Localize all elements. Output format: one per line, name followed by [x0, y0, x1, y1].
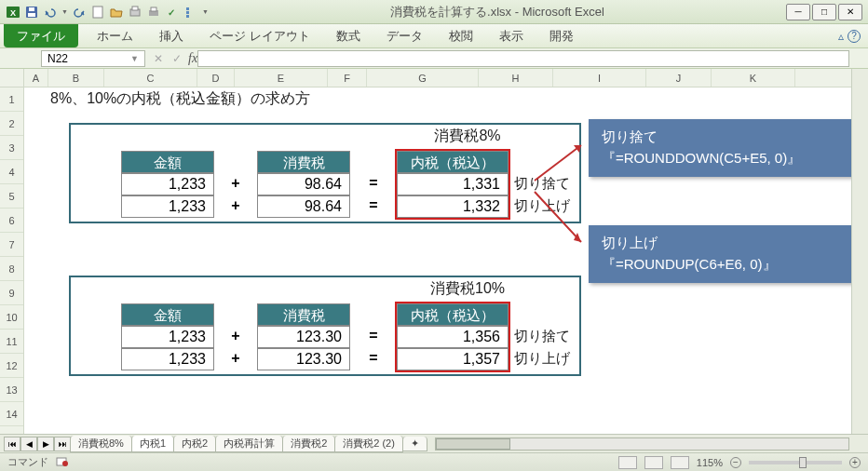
vscrollbar[interactable] — [851, 69, 868, 434]
name-box-dropdown-icon[interactable]: ▼ — [130, 54, 139, 63]
svg-line-16 — [535, 192, 581, 242]
col-header[interactable]: A — [24, 69, 48, 87]
tab-insert[interactable]: 挿入 — [146, 24, 197, 47]
cell-amount[interactable]: 1,233 — [121, 195, 214, 218]
svg-rect-5 — [93, 7, 102, 18]
cell-tax[interactable]: 123.30 — [257, 348, 350, 370]
header-amount: 金額 — [121, 303, 214, 326]
new-sheet-tab[interactable]: ✦ — [402, 437, 427, 451]
select-all-corner[interactable] — [0, 69, 23, 87]
ribbon-minimize-icon[interactable]: ▵ — [838, 30, 844, 43]
row-header[interactable]: 4 — [0, 160, 23, 184]
col-header[interactable]: J — [646, 69, 712, 87]
tab-view[interactable]: 表示 — [486, 24, 536, 47]
col-header[interactable]: K — [712, 69, 795, 87]
svg-rect-12 — [186, 11, 189, 14]
zoom-out-icon[interactable]: − — [730, 457, 741, 468]
row-header[interactable]: 6 — [0, 209, 23, 233]
qat-dropdown-icon[interactable]: ▼ — [202, 8, 209, 15]
zoom-level[interactable]: 115% — [697, 457, 723, 468]
row-header[interactable]: 7 — [0, 233, 23, 257]
callout-title: 切り捨て — [602, 128, 842, 146]
sheet-nav-next[interactable]: ▶ — [37, 437, 54, 451]
view-normal-icon[interactable] — [618, 456, 637, 469]
col-header[interactable]: E — [235, 69, 328, 87]
enter-formula-icon[interactable]: ✓ — [170, 52, 184, 65]
row-header[interactable]: 10 — [0, 305, 23, 330]
tab-review[interactable]: 校閲 — [436, 24, 486, 47]
sheet-tab[interactable]: 消費税2 — [282, 436, 335, 452]
row-header[interactable]: 5 — [0, 184, 23, 209]
row-header[interactable]: 11 — [0, 330, 23, 354]
help-icon[interactable]: ? — [848, 30, 861, 43]
print-icon[interactable] — [146, 5, 161, 20]
row-header[interactable]: 13 — [0, 378, 23, 402]
tab-developer[interactable]: 開発 — [536, 24, 587, 47]
sheet-nav-first[interactable]: ⏮ — [4, 437, 20, 451]
spell-icon[interactable]: ✓ — [165, 5, 180, 20]
col-header[interactable]: G — [367, 69, 479, 87]
cell-tax[interactable]: 123.30 — [257, 326, 350, 348]
minimize-button[interactable]: ─ — [786, 4, 810, 20]
zoom-in-icon[interactable]: + — [849, 457, 861, 468]
view-pagelayout-icon[interactable] — [644, 456, 663, 469]
svg-line-14 — [535, 145, 581, 181]
cell-amount[interactable]: 1,233 — [121, 348, 214, 370]
row-header[interactable]: 2 — [0, 112, 23, 136]
col-header[interactable]: H — [479, 69, 553, 87]
maximize-button[interactable]: □ — [812, 4, 836, 20]
undo-icon[interactable] — [43, 5, 58, 20]
print-preview-icon[interactable] — [128, 5, 142, 20]
cells-area[interactable]: /* drawn via overlay absolute elements b… — [24, 87, 851, 426]
col-header[interactable]: I — [553, 69, 646, 87]
row-header[interactable]: 14 — [0, 402, 23, 426]
quick-access-toolbar: X ▼ ✓ ▼ — [6, 5, 209, 20]
tax8-label: 消費税8% — [412, 127, 523, 146]
col-header[interactable]: C — [104, 69, 197, 87]
tab-data[interactable]: データ — [373, 24, 436, 47]
zoom-slider[interactable] — [749, 461, 842, 464]
row-header[interactable]: 8 — [0, 257, 23, 281]
col-header[interactable]: D — [197, 69, 235, 87]
sheet-tab[interactable]: 内税2 — [173, 436, 216, 452]
macro-record-icon[interactable] — [56, 456, 69, 469]
sheet-tab[interactable]: 消費税8% — [70, 436, 132, 452]
fx-icon[interactable]: fx — [188, 51, 197, 66]
row-header[interactable]: 1 — [0, 87, 23, 112]
cell-amount[interactable]: 1,233 — [121, 326, 214, 348]
eq-op: = — [356, 197, 391, 214]
label-down: 切り捨て — [514, 328, 570, 345]
file-tab[interactable]: ファイル — [4, 24, 78, 47]
tab-formulas[interactable]: 数式 — [323, 24, 373, 47]
sheet-nav-last[interactable]: ⏭ — [54, 437, 71, 451]
eq-op: = — [356, 350, 391, 367]
callout-formula: 『=ROUNDDOWN(C5+E5, 0)』 — [602, 150, 842, 168]
sheet-nav-prev[interactable]: ◀ — [20, 437, 37, 451]
new-icon[interactable] — [90, 5, 105, 20]
save-icon[interactable] — [24, 5, 39, 20]
svg-point-19 — [62, 461, 68, 466]
undo-dropdown-icon[interactable]: ▼ — [61, 8, 68, 15]
close-button[interactable]: ✕ — [838, 4, 862, 20]
col-header[interactable]: B — [48, 69, 104, 87]
row-header[interactable]: 12 — [0, 354, 23, 378]
cancel-formula-icon[interactable]: ✕ — [151, 52, 166, 65]
tab-pagelayout[interactable]: ページ レイアウト — [197, 24, 323, 47]
cell-amount[interactable]: 1,233 — [121, 173, 214, 195]
formula-bar[interactable] — [197, 50, 849, 67]
hscrollbar[interactable] — [435, 437, 849, 451]
cell-tax[interactable]: 98.64 — [257, 195, 350, 218]
tab-home[interactable]: ホーム — [84, 24, 146, 47]
row-header[interactable]: 9 — [0, 281, 23, 305]
redo-icon[interactable] — [72, 5, 87, 20]
sheet-tab[interactable]: 内税1 — [131, 436, 174, 452]
sheet-tab[interactable]: 内税再計算 — [215, 436, 283, 452]
row-header[interactable]: 3 — [0, 136, 23, 160]
open-icon[interactable] — [109, 5, 124, 20]
sheet-tab[interactable]: 消費税2 (2) — [334, 436, 403, 452]
col-header[interactable]: F — [328, 69, 367, 87]
sort-icon[interactable] — [183, 5, 198, 20]
cell-tax[interactable]: 98.64 — [257, 173, 350, 195]
view-pagebreak-icon[interactable] — [671, 456, 689, 469]
name-box[interactable]: N22 ▼ — [41, 50, 145, 67]
